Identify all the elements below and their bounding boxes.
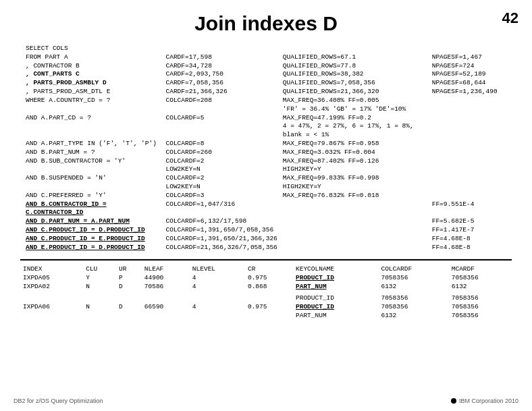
table-cell: 6132 bbox=[378, 311, 448, 320]
sql-row: 'FR' = 36.4% 'GB' = 17% 'DE'=10% bbox=[23, 105, 509, 114]
table-cell: IXPDA02 bbox=[20, 282, 83, 292]
table-cell: IXPDA06 bbox=[20, 302, 83, 311]
table-cell: 0.975 bbox=[245, 302, 293, 311]
table-row: PART_NUM61327058356 bbox=[20, 311, 512, 320]
sql-row: AND A.PART_CD = ?COLCARDF=5MAX_FREQ=47.1… bbox=[23, 114, 509, 123]
table-cell: D bbox=[116, 282, 142, 292]
table-cell bbox=[190, 311, 245, 320]
sql-row: AND C.PRODUCT_ID = D.PRODUCT_IDCOLCARDF=… bbox=[23, 226, 509, 235]
footer-left: DB2 for z/OS Query Optimization bbox=[14, 398, 103, 404]
bullet-icon bbox=[451, 398, 456, 404]
table-cell: 66590 bbox=[142, 302, 190, 311]
table-cell: 6132 bbox=[449, 282, 512, 292]
sql-row: AND B.SUSPENDED = 'N'COLCARDF=2MAX_FREQ=… bbox=[23, 174, 509, 183]
table-cell: 4 bbox=[190, 282, 245, 292]
table-cell: 6132 bbox=[378, 282, 448, 292]
table-header: INDEX bbox=[20, 265, 83, 273]
table-cell: N bbox=[83, 302, 116, 311]
sql-block: SELECT COLSFROM PART ACARDF=17,598QUALIF… bbox=[20, 42, 512, 255]
table-cell: PART_NUM bbox=[293, 282, 378, 292]
table-header: NLEAF bbox=[142, 265, 190, 273]
table-cell bbox=[245, 311, 293, 320]
table-cell: 70586 bbox=[142, 282, 190, 292]
sql-row: AND B.CONTRACTOR_ID = C.CONTRACTOR_IDCOL… bbox=[23, 200, 509, 218]
table-cell: D bbox=[116, 302, 142, 311]
sql-row: AND B.PART_NUM = ?COLCARDF=260MAX_FREQ=3… bbox=[23, 148, 509, 157]
sql-row: LOW2KEY=NHIGH2KEY=Y bbox=[23, 165, 509, 174]
table-cell: IXPDA05 bbox=[20, 273, 83, 282]
table-cell: PART_NUM bbox=[293, 311, 378, 320]
table-cell bbox=[116, 292, 142, 302]
sql-row: , CONT_PARTS CCARDF=2,093,750QUALIFIED_R… bbox=[23, 70, 509, 79]
table-cell: 7058356 bbox=[449, 311, 512, 320]
index-table: INDEXCLUURNLEAFNLEVELCRKEYCOLNAMECOLCARD… bbox=[20, 265, 512, 320]
table-cell: 4 bbox=[190, 302, 245, 311]
slide-number: 42 bbox=[502, 9, 518, 27]
table-cell: N bbox=[83, 282, 116, 292]
sql-row: LOW2KEY=NHIGH2KEY=Y bbox=[23, 183, 509, 192]
divider bbox=[20, 259, 512, 261]
sql-row: AND A.PART_TYPE IN ('F', 'T', 'P')COLCAR… bbox=[23, 140, 509, 148]
sql-row: AND D.PART_NUM = A.PART_NUMCOLCARDF=6,13… bbox=[23, 217, 509, 226]
table-cell: PRODUCT_ID bbox=[293, 292, 378, 302]
table-cell bbox=[83, 292, 116, 302]
sql-row: WHERE A.COUNTRY_CD = ?COLCARDF=208MAX_FR… bbox=[23, 97, 509, 105]
table-cell bbox=[142, 292, 190, 302]
table-header: NLEVEL bbox=[190, 265, 245, 273]
table-cell bbox=[190, 292, 245, 302]
table-cell bbox=[116, 311, 142, 320]
table-header: UR bbox=[116, 265, 142, 273]
table-header: COLCARDF bbox=[378, 265, 448, 273]
sql-row: 4 = 47%, 2 = 27%, 6 = 17%, 1 = 8%, blank… bbox=[23, 122, 509, 140]
sql-row: , PARTS_PROD_ASMBLY DCARDF=7,058,356QUAL… bbox=[23, 79, 509, 88]
table-cell: 4 bbox=[190, 273, 245, 282]
table-cell: PRODUCT_ID bbox=[293, 273, 378, 282]
table-header: CR bbox=[245, 265, 293, 273]
table-cell: 7058356 bbox=[378, 292, 448, 302]
sql-row: AND C.PREFERRED = 'Y'COLCARDF=3MAX_FREQ=… bbox=[23, 192, 509, 200]
table-header: KEYCOLNAME bbox=[293, 265, 378, 273]
table-cell bbox=[83, 311, 116, 320]
sql-row: FROM PART ACARDF=17,598QUALIFIED_ROWS=67… bbox=[23, 53, 509, 62]
table-row: PRODUCT_ID70583567058356 bbox=[20, 292, 512, 302]
footer-right-text: IBM Corporation 2010 bbox=[459, 398, 518, 404]
sql-row: AND B.SUB_CONTRACTOR = 'Y'COLCARDF=2MAX_… bbox=[23, 157, 509, 166]
table-cell bbox=[142, 311, 190, 320]
table-row: IXPDA06ND6659040.975PRODUCT_ID7058356705… bbox=[20, 302, 512, 311]
table-cell: 44900 bbox=[142, 273, 190, 282]
table-cell: 7058356 bbox=[449, 292, 512, 302]
table-cell: P bbox=[116, 273, 142, 282]
table-row: IXPDA05YP4490040.975PRODUCT_ID7058356705… bbox=[20, 273, 512, 282]
table-cell: 7058356 bbox=[449, 273, 512, 282]
table-cell: 0.868 bbox=[245, 282, 293, 292]
table-cell: 0.975 bbox=[245, 273, 293, 282]
sql-row: , PARTS_PROD_ASM_DTL ECARDF=21,366,326QU… bbox=[23, 88, 509, 97]
sql-row: AND E.PRODUCT_ID = D.PRODUCT_IDCOLCARDF=… bbox=[23, 244, 509, 252]
table-header: MCARDF bbox=[449, 265, 512, 273]
table-cell: 7058356 bbox=[378, 273, 448, 282]
table-cell bbox=[20, 292, 83, 302]
footer-right: IBM Corporation 2010 bbox=[451, 398, 518, 404]
sql-row: SELECT COLS bbox=[23, 45, 509, 53]
table-cell bbox=[245, 292, 293, 302]
table-header: CLU bbox=[83, 265, 116, 273]
table-row: IXPDA02ND7058640.868PART_NUM61326132 bbox=[20, 282, 512, 292]
table-cell: 7058356 bbox=[449, 302, 512, 311]
table-cell: 7058356 bbox=[378, 302, 448, 311]
table-cell: Y bbox=[83, 273, 116, 282]
table-cell: PRODUCT_ID bbox=[293, 302, 378, 311]
table-cell bbox=[20, 311, 83, 320]
page: 42 Join indexes D SELECT COLSFROM PART A… bbox=[0, 0, 532, 411]
sql-row: , CONTRACTOR BCARDF=34,728QUALIFIED_ROWS… bbox=[23, 62, 509, 71]
sql-row: AND C.PRODUCT_ID = E.PRODUCT_IDCOLCARDF=… bbox=[23, 235, 509, 244]
main-content: SELECT COLSFROM PART ACARDF=17,598QUALIF… bbox=[14, 42, 518, 320]
page-title: Join indexes D bbox=[14, 7, 518, 35]
